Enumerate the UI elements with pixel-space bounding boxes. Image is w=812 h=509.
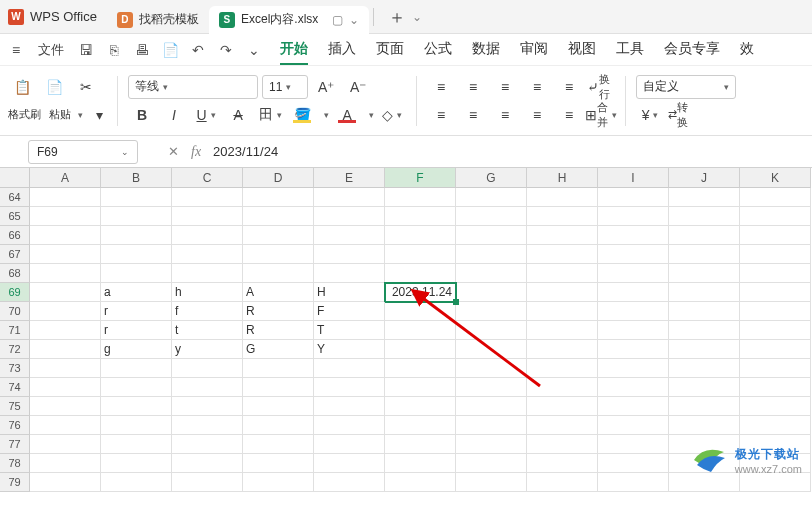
cell[interactable] [30, 321, 101, 340]
save-icon[interactable]: 🖫 [74, 38, 98, 62]
row-header[interactable]: 76 [0, 416, 30, 435]
cell[interactable] [101, 378, 172, 397]
menutab-tools[interactable]: 工具 [616, 35, 644, 65]
wrap-button[interactable]: ⤶ 换行 [587, 75, 615, 99]
cell[interactable]: g [101, 340, 172, 359]
cell[interactable] [314, 416, 385, 435]
font-color-dropdown[interactable]: ▾ [369, 110, 374, 120]
menutab-data[interactable]: 数据 [472, 35, 500, 65]
cell[interactable]: t [172, 321, 243, 340]
cell[interactable] [385, 397, 456, 416]
cell[interactable]: F [314, 302, 385, 321]
row-header[interactable]: 66 [0, 226, 30, 245]
format-painter-label[interactable]: 格式刷 [8, 107, 41, 122]
cell[interactable] [172, 207, 243, 226]
convert-button[interactable]: ⇄ 转换 [668, 103, 696, 127]
column-header[interactable]: B [101, 168, 172, 188]
cell[interactable] [30, 226, 101, 245]
row-header[interactable]: 65 [0, 207, 30, 226]
strike-button[interactable]: A [224, 103, 252, 127]
cell[interactable] [456, 245, 527, 264]
row-header[interactable]: 72 [0, 340, 30, 359]
menutab-view[interactable]: 视图 [568, 35, 596, 65]
bold-button[interactable]: B [128, 103, 156, 127]
cut-icon[interactable]: ✂ [72, 75, 100, 99]
cell[interactable] [172, 454, 243, 473]
underline-button[interactable]: U▾ [192, 103, 220, 127]
cell[interactable] [314, 397, 385, 416]
column-header[interactable]: A [30, 168, 101, 188]
column-header[interactable]: J [669, 168, 740, 188]
cell[interactable] [30, 378, 101, 397]
cell[interactable] [527, 435, 598, 454]
cell[interactable] [527, 283, 598, 302]
cell[interactable] [243, 359, 314, 378]
name-box[interactable]: F69 ⌄ [28, 140, 138, 164]
copy-icon[interactable]: 📋 [8, 75, 36, 99]
clipboard-more-icon[interactable]: ▾ [91, 103, 107, 127]
cell[interactable] [598, 359, 669, 378]
menutab-review[interactable]: 审阅 [520, 35, 548, 65]
indent-dec-icon[interactable]: ≡ [523, 75, 551, 99]
cell[interactable] [598, 454, 669, 473]
cell[interactable] [30, 473, 101, 492]
fill-color-dropdown[interactable]: ▾ [324, 110, 329, 120]
menutab-more[interactable]: 效 [740, 35, 754, 65]
selection-handle[interactable] [453, 299, 459, 305]
column-header[interactable]: F [385, 168, 456, 188]
cell[interactable] [456, 340, 527, 359]
cell[interactable] [243, 397, 314, 416]
cell[interactable] [598, 435, 669, 454]
spreadsheet-grid[interactable]: ABCDEFGHIJK 6465666768697071727374757677… [0, 168, 812, 508]
row-header[interactable]: 68 [0, 264, 30, 283]
cell[interactable]: A [243, 283, 314, 302]
cell[interactable] [243, 245, 314, 264]
cell[interactable] [669, 359, 740, 378]
column-header[interactable]: E [314, 168, 385, 188]
cell[interactable] [101, 416, 172, 435]
cell[interactable] [385, 359, 456, 378]
cell[interactable]: H [314, 283, 385, 302]
italic-button[interactable]: I [160, 103, 188, 127]
align-middle-icon[interactable]: ≡ [459, 75, 487, 99]
cell[interactable] [30, 454, 101, 473]
cell[interactable] [598, 397, 669, 416]
cell[interactable] [669, 226, 740, 245]
border-button[interactable]: 田▾ [256, 103, 284, 127]
redo-icon[interactable]: ↷ [214, 38, 238, 62]
cell[interactable] [527, 397, 598, 416]
cell[interactable] [30, 283, 101, 302]
cell[interactable] [740, 226, 811, 245]
fx-icon[interactable]: fx [191, 144, 201, 160]
cell[interactable]: y [172, 340, 243, 359]
cell[interactable] [740, 245, 811, 264]
cell[interactable] [101, 454, 172, 473]
clear-format-icon[interactable]: ◇▾ [378, 103, 406, 127]
cell[interactable] [740, 397, 811, 416]
cell[interactable] [172, 226, 243, 245]
fill-color-button[interactable]: 🪣 [288, 103, 316, 127]
cell[interactable]: Y [314, 340, 385, 359]
cell[interactable] [101, 245, 172, 264]
cell[interactable]: r [101, 321, 172, 340]
cell[interactable] [314, 378, 385, 397]
menutab-start[interactable]: 开始 [280, 35, 308, 65]
cell[interactable] [243, 264, 314, 283]
column-header[interactable]: I [598, 168, 669, 188]
tabs-dropdown-icon[interactable]: ⌄ [412, 10, 422, 24]
cell[interactable] [598, 226, 669, 245]
row-header[interactable]: 79 [0, 473, 30, 492]
cell[interactable] [30, 245, 101, 264]
cell[interactable] [30, 397, 101, 416]
select-all-corner[interactable] [0, 168, 30, 188]
cell[interactable] [456, 188, 527, 207]
cell[interactable] [456, 397, 527, 416]
hamburger-icon[interactable]: ≡ [4, 38, 28, 62]
column-header[interactable]: H [527, 168, 598, 188]
cell[interactable]: a [101, 283, 172, 302]
cell[interactable] [385, 473, 456, 492]
cell[interactable]: T [314, 321, 385, 340]
cell[interactable] [456, 416, 527, 435]
column-header[interactable]: C [172, 168, 243, 188]
cell[interactable] [172, 416, 243, 435]
